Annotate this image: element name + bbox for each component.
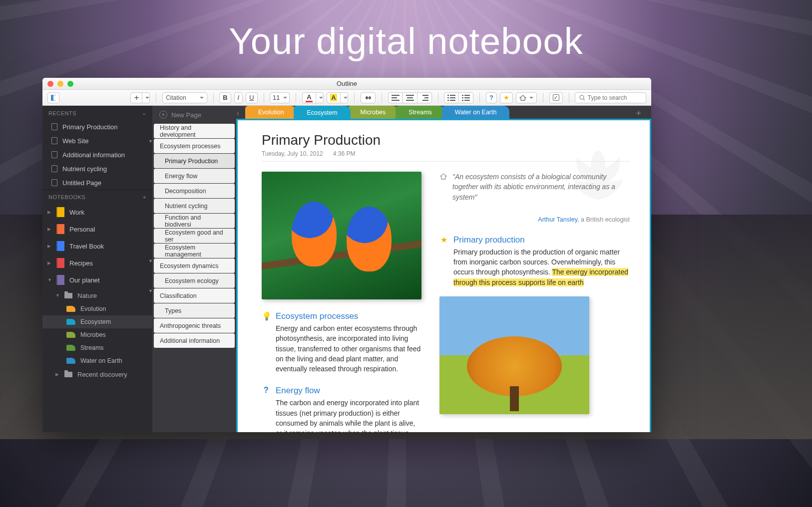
notebook-item[interactable]: ▼Our planet: [42, 271, 152, 288]
outline-item[interactable]: Ecosystem processes: [154, 139, 235, 153]
outline-item[interactable]: Ecosystem good and ser: [154, 229, 235, 243]
italic-button[interactable]: I: [234, 92, 243, 103]
font-color-menu-button[interactable]: [316, 92, 324, 103]
todo-button[interactable]: [549, 92, 563, 103]
section-heading-ecosystem-processes: Ecosystem processes: [276, 311, 421, 321]
new-page-button[interactable]: New Page: [152, 106, 236, 124]
section-item[interactable]: Ecosystem: [42, 315, 152, 328]
recents-header[interactable]: RECENTS ⌄: [42, 106, 152, 120]
outline-item[interactable]: Additional information: [154, 333, 235, 348]
sidebar-icon: [51, 95, 56, 101]
recent-item[interactable]: Primary Production: [42, 120, 152, 134]
bullet-list-button[interactable]: [444, 92, 459, 103]
svg-rect-1: [51, 95, 53, 101]
question-icon: ?: [262, 386, 271, 432]
notebook-icon: [56, 258, 64, 268]
outline-item[interactable]: Primary Production: [154, 154, 235, 168]
section-item[interactable]: Microbes: [42, 328, 152, 341]
add-notebook-button[interactable]: +: [143, 194, 146, 200]
outline-item[interactable]: Ecosystem ecology: [154, 273, 235, 288]
hero-title: Your digital notebook: [0, 20, 812, 62]
add-menu-button[interactable]: [142, 92, 150, 103]
bold-button[interactable]: B: [219, 92, 231, 103]
notebook-icon: [56, 241, 64, 251]
section-item[interactable]: Streams: [42, 341, 152, 354]
notebook-item[interactable]: ▶Personal: [42, 221, 152, 238]
font-family-select[interactable]: Citation: [162, 92, 207, 103]
attribution-suffix: , a British ecologist: [577, 216, 630, 223]
highlight-menu-button[interactable]: [340, 92, 348, 103]
section-tab[interactable]: Streams: [396, 106, 445, 119]
numbered-list-button[interactable]: [458, 92, 473, 103]
home-icon: [519, 95, 526, 101]
content-area: EvolutionEcosystemMicrobesStreamsWater o…: [236, 106, 651, 432]
outline-item[interactable]: Function and biodiversi: [154, 214, 235, 228]
section-body-energy-flow: The carbon and energy incorporated into …: [276, 398, 421, 432]
disclosure-triangle-icon[interactable]: ▼: [148, 288, 153, 293]
disclosure-triangle-icon[interactable]: ▼: [148, 139, 153, 144]
section-tab[interactable]: Microbes: [348, 106, 399, 119]
recent-item-label: Primary Production: [62, 123, 118, 131]
notebook-item[interactable]: ▶Travel Book: [42, 238, 152, 254]
align-right-button[interactable]: [417, 92, 432, 103]
section-tab[interactable]: Evolution: [245, 106, 297, 119]
home-tag-button[interactable]: [516, 92, 537, 103]
font-size-label: 11: [273, 94, 280, 101]
outline-item[interactable]: Energy flow: [154, 169, 235, 183]
disclosure-triangle-icon: ▶: [47, 244, 51, 249]
align-center-button[interactable]: [403, 92, 417, 103]
add-button[interactable]: +: [130, 92, 142, 103]
recent-item-label: Nutrient cycling: [62, 165, 107, 173]
section-item[interactable]: Water on Earth: [42, 354, 152, 367]
outline-item[interactable]: Types: [154, 303, 235, 318]
disclosure-triangle-icon[interactable]: ▼: [148, 258, 153, 263]
underline-button[interactable]: U: [246, 92, 257, 103]
notebook-label: Work: [69, 209, 84, 216]
outline-panel: ‹ New Page History and development▼Ecosy…: [152, 106, 236, 432]
outline-item[interactable]: Anthropogenic threats: [154, 318, 235, 333]
outline-item[interactable]: Decomposition: [154, 184, 235, 198]
section-color-icon: [66, 358, 75, 364]
section-group[interactable]: ▼Nature: [42, 288, 152, 302]
link-button[interactable]: [361, 92, 376, 103]
add-section-button[interactable]: +: [630, 108, 647, 119]
recent-item[interactable]: Untitled Page: [42, 176, 152, 190]
outline-item[interactable]: Ecosystem management: [154, 244, 235, 258]
star-tag-button[interactable]: ★: [500, 92, 513, 103]
folder-icon: [64, 293, 72, 298]
section-group[interactable]: ▶Recent discovery: [42, 367, 152, 381]
outline-item[interactable]: History and development: [154, 124, 235, 138]
outline-item[interactable]: Classification: [154, 288, 235, 303]
page-icon: [51, 151, 57, 158]
sidebar-toggle-button[interactable]: [47, 92, 59, 103]
section-heading-primary-production: Primary production: [453, 235, 630, 245]
recent-item[interactable]: Web Site: [42, 134, 152, 148]
notebook-item[interactable]: ▶Work: [42, 204, 152, 221]
font-size-select[interactable]: 11: [270, 92, 290, 103]
highlight-button[interactable]: A: [327, 92, 341, 103]
plus-circle-icon: [159, 111, 167, 119]
section-tab[interactable]: Ecosystem: [294, 106, 350, 120]
search-box[interactable]: [575, 92, 646, 103]
notebooks-header[interactable]: NOTEBOOKS +: [42, 190, 152, 204]
section-color-icon: [66, 345, 75, 351]
section-tab[interactable]: Water on Earth: [442, 106, 510, 119]
page-canvas[interactable]: Primary Production Tuesday, July 10, 201…: [236, 119, 651, 432]
section-color-icon: [66, 306, 75, 312]
section-label: Microbes: [80, 331, 106, 338]
align-left-button[interactable]: [388, 92, 403, 103]
font-color-button[interactable]: A: [302, 92, 316, 103]
collapse-outline-button[interactable]: ‹: [237, 109, 239, 118]
recent-item[interactable]: Additional information: [42, 148, 152, 162]
notebook-label: Travel Book: [69, 243, 104, 250]
outline-item[interactable]: Nutrient cycling: [154, 199, 235, 213]
help-tag-button[interactable]: ?: [486, 92, 497, 103]
notebook-label: Personal: [69, 226, 95, 233]
home-icon: [439, 173, 447, 181]
outline-item[interactable]: Ecosystem dynamics: [154, 258, 235, 273]
search-input[interactable]: [588, 94, 642, 101]
section-item[interactable]: Evolution: [42, 302, 152, 315]
recent-item[interactable]: Nutrient cycling: [42, 162, 152, 176]
section-body-primary-production: Primary production is the production of …: [453, 247, 630, 287]
notebook-item[interactable]: ▶Recipes: [42, 254, 152, 271]
